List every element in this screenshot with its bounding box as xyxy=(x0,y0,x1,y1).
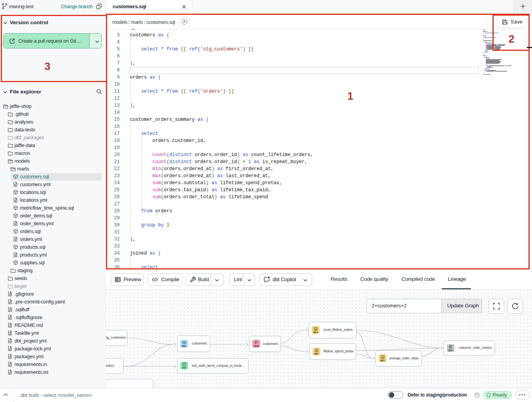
svg-text:MET: MET xyxy=(314,353,319,355)
svg-text:MET: MET xyxy=(313,331,318,334)
svg-text:TST: TST xyxy=(182,367,187,369)
svg-text:QRY: QRY xyxy=(448,349,453,352)
svg-text:SEM: SEM xyxy=(254,345,259,347)
svg-text:MDL: MDL xyxy=(182,345,187,347)
svg-text:MET: MET xyxy=(380,359,385,362)
